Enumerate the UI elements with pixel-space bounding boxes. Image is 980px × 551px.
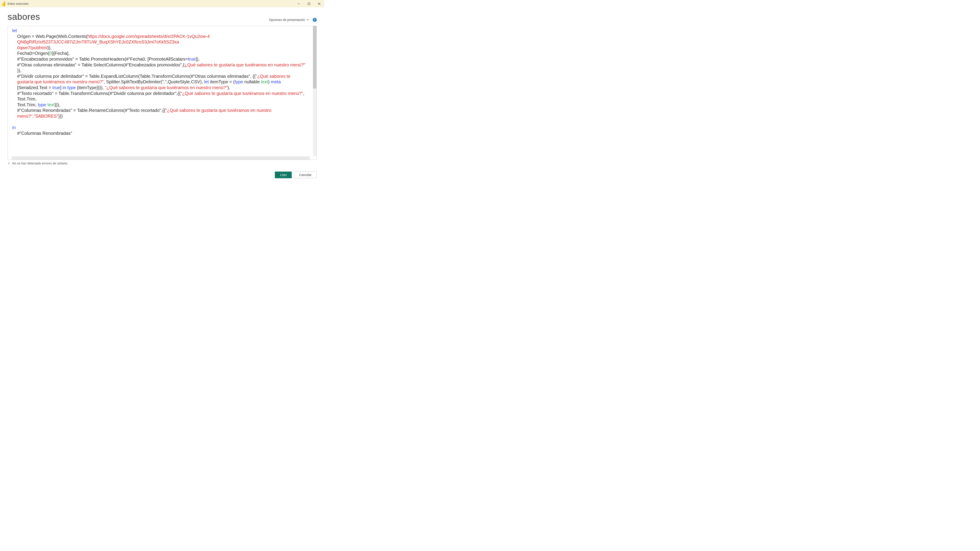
display-options-label: Opciones de presentación: [269, 18, 305, 22]
status-bar: ✓ No se han detectado errores de sintaxi…: [8, 161, 317, 165]
close-button[interactable]: [314, 0, 324, 7]
window-controls: [294, 0, 324, 7]
svg-rect-1: [3, 3, 4, 6]
code-editor[interactable]: let Origen = Web.Page(Web.Contents(https…: [8, 26, 317, 160]
help-icon[interactable]: ?: [313, 18, 317, 22]
svg-rect-0: [4, 2, 5, 6]
svg-rect-2: [2, 4, 3, 6]
cancel-button[interactable]: Cancelar: [294, 172, 317, 178]
page-title: sabores: [8, 12, 40, 22]
keyword-in: in: [12, 125, 16, 130]
svg-rect-4: [308, 3, 310, 5]
window-title: Editor avanzado: [8, 2, 29, 5]
done-button[interactable]: Listo: [275, 172, 292, 178]
scroll-thumb[interactable]: [313, 26, 317, 88]
minimize-button[interactable]: [294, 0, 304, 7]
code-content[interactable]: let Origen = Web.Page(Web.Contents(https…: [8, 26, 317, 159]
chevron-down-icon: [307, 19, 309, 21]
display-options-dropdown[interactable]: Opciones de presentación: [269, 18, 309, 22]
keyword-let: let: [12, 28, 17, 33]
vertical-scrollbar[interactable]: [313, 26, 317, 156]
check-icon: ✓: [8, 161, 11, 165]
powerbi-icon: [2, 2, 5, 6]
horizontal-scrollbar[interactable]: [12, 156, 310, 159]
status-message: No se han detectado errores de sintaxis.: [12, 162, 68, 165]
maximize-button[interactable]: [304, 0, 314, 7]
titlebar: Editor avanzado: [0, 0, 324, 7]
